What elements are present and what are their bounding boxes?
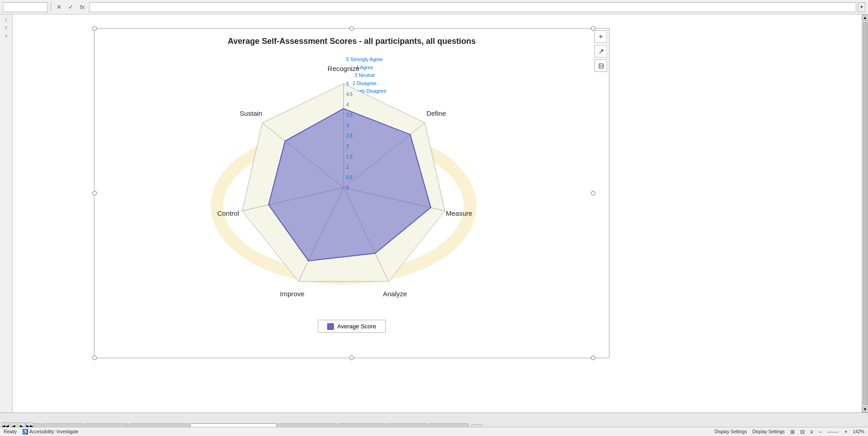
confirm-icon[interactable]: ✓: [66, 2, 75, 12]
row-num: 1: [5, 17, 7, 22]
row-num: 3: [5, 33, 7, 38]
scroll-up-button[interactable]: ▲: [862, 14, 868, 21]
svg-text:0.5: 0.5: [346, 175, 353, 180]
fx-icon: fx: [77, 2, 87, 12]
svg-text:4: 4: [346, 102, 349, 107]
svg-text:3: 3: [346, 123, 349, 128]
svg-text:Control: Control: [217, 209, 239, 217]
svg-text:4.5: 4.5: [346, 92, 353, 97]
add-chart-element-button[interactable]: +: [594, 30, 607, 43]
formula-expand-icon[interactable]: ▼: [858, 2, 865, 12]
svg-text:5: 5: [346, 81, 349, 86]
scroll-thumb[interactable]: [863, 22, 868, 405]
handle-bottom-right[interactable]: [591, 355, 595, 360]
display-settings-label: Display Settings: [714, 429, 747, 434]
chart-container: Average Self-Assessment Scores - all par…: [94, 28, 609, 358]
chart-controls: + ↗ ⊟: [593, 28, 609, 74]
formula-bar: ✕ ✓ fx ▼: [0, 0, 868, 14]
svg-text:Measure: Measure: [446, 209, 472, 217]
zoom-in-button[interactable]: +: [844, 429, 847, 435]
handle-bottom-left[interactable]: [92, 355, 97, 360]
svg-text:2.5: 2.5: [346, 133, 353, 138]
svg-text:0: 0: [346, 185, 349, 190]
display-settings-text: Display Settings: [752, 429, 785, 434]
handle-top-left[interactable]: [92, 26, 97, 31]
view-normal-icon[interactable]: ⊞: [790, 429, 795, 435]
svg-text:Analyze: Analyze: [383, 290, 407, 298]
radar-svg: RecognizeDefineMeasureAnalyzeImproveCont…: [172, 57, 515, 310]
svg-text:Recognize: Recognize: [328, 64, 360, 72]
chart-title: Average Self-Assessment Scores - all par…: [94, 37, 609, 46]
status-right: Display Settings Display Settings ⊞ ⊟ ≡ …: [714, 429, 864, 435]
status-bar: Ready ♿ Accessibility: Investigate Displ…: [0, 427, 868, 436]
vertical-scrollbar: ▲ ▼: [862, 14, 868, 412]
cancel-icon[interactable]: ✕: [54, 2, 64, 12]
name-box[interactable]: [3, 2, 48, 12]
zoom-out-button[interactable]: −: [819, 429, 822, 435]
svg-text:Define: Define: [426, 109, 446, 117]
formula-bar-separator: [51, 2, 51, 12]
svg-text:2: 2: [346, 144, 349, 149]
row-panel: 1 2 3: [0, 14, 13, 412]
chart-style-button[interactable]: ↗: [594, 45, 607, 57]
accessibility-label: ♿ Accessibility: Investigate: [22, 429, 79, 435]
legend-label: Average Score: [337, 323, 376, 330]
main-area: 1 2 3 Average Self-Assessment Scores: [0, 14, 868, 412]
svg-text:3.5: 3.5: [346, 113, 353, 118]
ready-label: Ready: [4, 429, 17, 434]
svg-text:1: 1: [346, 165, 349, 170]
formula-input[interactable]: [89, 2, 856, 12]
row-num: 2: [5, 25, 7, 30]
view-page-break-icon[interactable]: ≡: [810, 429, 813, 435]
radar-chart-wrapper: RecognizeDefineMeasureAnalyzeImproveCont…: [94, 53, 593, 313]
zoom-level[interactable]: 142%: [853, 429, 864, 434]
svg-text:Sustain: Sustain: [240, 109, 262, 117]
legend-swatch: [327, 323, 334, 330]
scroll-down-button[interactable]: ▼: [862, 406, 868, 412]
handle-bottom[interactable]: [349, 355, 354, 360]
zoom-slider[interactable]: ────: [827, 430, 839, 434]
chart-legend: Average Score: [318, 320, 386, 333]
chart-filter-button[interactable]: ⊟: [594, 59, 607, 72]
svg-text:Improve: Improve: [280, 290, 304, 298]
view-layout-icon[interactable]: ⊟: [800, 429, 805, 435]
svg-text:1.5: 1.5: [346, 154, 353, 159]
handle-top[interactable]: [349, 26, 354, 31]
sheet-content: Average Self-Assessment Scores - all par…: [13, 14, 868, 412]
